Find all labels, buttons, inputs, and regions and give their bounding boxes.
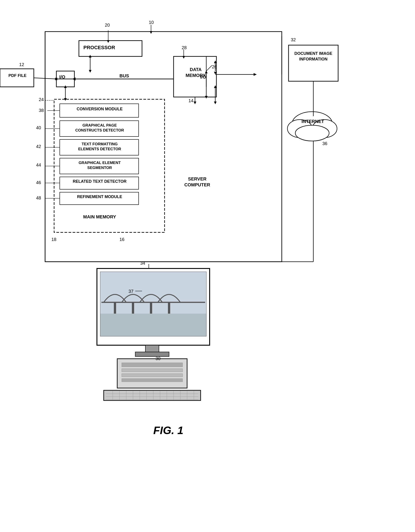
ref-40: 40	[36, 125, 41, 130]
diagram-container: 10 20 PROCESSOR I/O BUS 28 I/O 26 DATAME…	[18, 14, 397, 510]
ref-10: 10	[149, 20, 154, 25]
svg-rect-61	[100, 272, 206, 317]
ref-18: 18	[51, 237, 56, 242]
bus-label: BUS	[120, 73, 129, 78]
svg-rect-66	[168, 302, 170, 314]
svg-rect-70	[117, 359, 187, 388]
svg-marker-96	[214, 85, 217, 88]
svg-rect-68	[145, 345, 159, 352]
server-computer-label: SERVERCOMPUTER	[176, 176, 219, 188]
pdf-label: PDF FILE	[5, 73, 30, 78]
text-formatting-label: TEXT FORMATTINGELEMENTS DETECTOR	[63, 142, 137, 152]
svg-marker-11	[89, 55, 92, 57]
ref-30: 30	[156, 356, 160, 361]
ref-42: 42	[36, 144, 41, 149]
svg-marker-95	[214, 102, 217, 104]
ref-37: 37	[129, 289, 133, 294]
ref-28: 28	[182, 45, 187, 50]
svg-rect-73	[122, 374, 183, 377]
ref-12: 12	[19, 62, 24, 67]
svg-rect-65	[150, 302, 152, 314]
ref-36: 36	[322, 141, 327, 146]
io-left-label: I/O	[59, 75, 65, 80]
svg-marker-16	[205, 96, 208, 99]
svg-rect-67	[100, 314, 206, 336]
ref-34: 34	[140, 261, 145, 266]
svg-rect-59	[97, 268, 210, 345]
svg-rect-27	[288, 45, 338, 81]
graphical-element-label: GRAPHICAL ELEMENTSEGMENTOR	[63, 161, 137, 170]
svg-rect-69	[135, 352, 169, 356]
svg-marker-45	[107, 40, 110, 43]
diagram-svg	[18, 14, 397, 510]
svg-marker-43	[150, 31, 152, 34]
svg-marker-8	[54, 78, 57, 80]
svg-marker-18	[254, 73, 257, 76]
svg-marker-98	[194, 102, 196, 104]
svg-marker-36	[64, 98, 67, 101]
refinement-module-label: REFINEMENT MODULE	[63, 194, 137, 199]
figure-label: FIG. 1	[153, 424, 183, 437]
ref-38: 38	[39, 108, 44, 113]
svg-rect-60	[100, 272, 206, 336]
svg-marker-47	[182, 56, 185, 59]
processor-label: PROCESSOR	[83, 45, 115, 50]
svg-rect-2	[56, 71, 74, 87]
ref-46: 46	[36, 180, 41, 185]
svg-marker-41	[55, 78, 58, 80]
svg-rect-72	[122, 369, 183, 372]
svg-marker-10	[89, 70, 92, 73]
ref-48: 48	[36, 195, 41, 200]
ref-14: 14	[188, 98, 194, 103]
svg-rect-63	[114, 302, 116, 314]
main-memory-label: MAIN MEMORY	[63, 214, 137, 219]
ref-20: 20	[105, 23, 110, 28]
doc-image-label: DOCUMENT IMAGEINFORMATION	[290, 51, 337, 62]
svg-point-28	[292, 112, 332, 136]
ref-24: 24	[39, 97, 44, 102]
related-text-label: RELATED TEXT DETECTOR	[63, 179, 137, 184]
internet-label: INTERNET	[300, 119, 326, 124]
ref-16: 16	[120, 237, 124, 242]
svg-rect-64	[132, 302, 134, 314]
svg-rect-75	[104, 390, 201, 400]
svg-marker-5	[72, 77, 75, 81]
svg-marker-37	[64, 85, 67, 88]
ref-44: 44	[36, 162, 41, 168]
svg-point-31	[295, 125, 329, 141]
conversion-module-label: CONVERSION MODULE	[63, 107, 137, 112]
svg-rect-71	[122, 363, 183, 367]
svg-line-40	[34, 78, 56, 79]
graphical-page-label: GRAPHICAL PAGECONSTRUCTS DETECTOR	[63, 123, 137, 133]
data-memory-label: DATAMEMORY	[176, 66, 215, 78]
ref-32: 32	[291, 37, 296, 42]
svg-marker-50	[214, 60, 217, 63]
svg-rect-74	[122, 379, 183, 382]
